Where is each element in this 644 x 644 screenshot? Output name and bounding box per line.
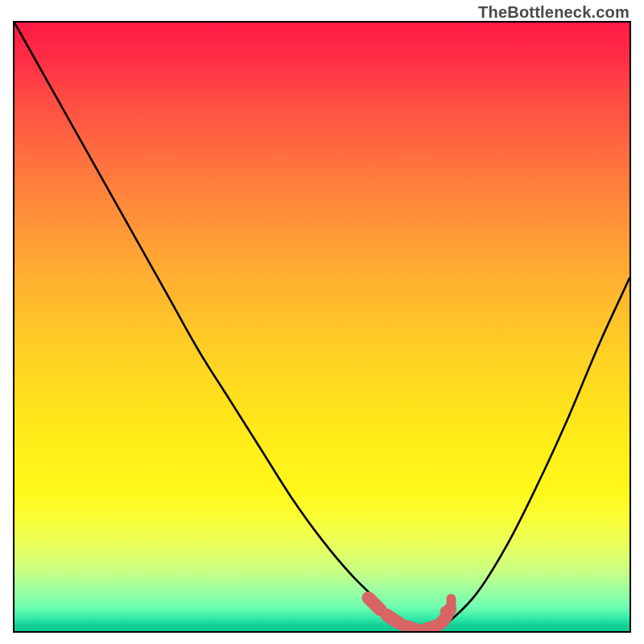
chart-frame	[13, 21, 631, 633]
optimal-marker-segment	[423, 626, 436, 630]
optimal-marker-segment	[387, 615, 399, 623]
optimal-region-markers	[369, 598, 452, 630]
optimal-marker-segment	[369, 598, 381, 610]
chart-svg	[14, 23, 630, 631]
bottleneck-curve	[14, 23, 630, 631]
watermark-text: TheBottleneck.com	[478, 3, 630, 22]
optimal-marker-segment	[405, 626, 417, 630]
